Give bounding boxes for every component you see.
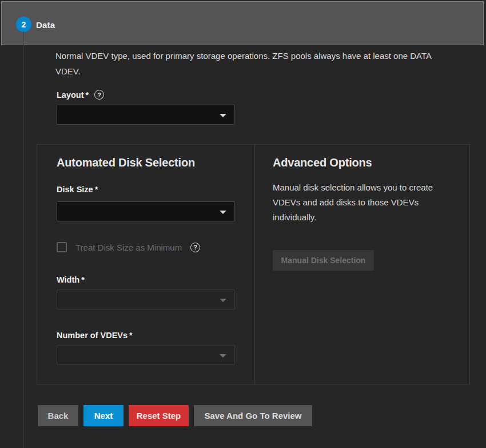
stepper-connector-line	[23, 31, 23, 448]
advanced-description: Manual disk selection allows you to crea…	[273, 180, 445, 225]
chevron-down-icon	[220, 114, 226, 117]
back-button[interactable]: Back	[38, 405, 78, 426]
help-icon[interactable]: ?	[190, 243, 200, 252]
disk-size-select[interactable]	[57, 201, 235, 221]
vdev-description: Normal VDEV type, used for primary stora…	[55, 48, 445, 79]
chevron-down-icon	[220, 211, 226, 214]
disk-size-field-label: Disk Size*	[57, 185, 98, 194]
width-select	[57, 290, 235, 310]
automated-section-title: Automated Disk Selection	[57, 156, 195, 169]
layout-select[interactable]	[57, 105, 235, 125]
step-number-badge: 2	[16, 17, 31, 32]
step-title: Data	[36, 20, 55, 30]
help-icon[interactable]: ?	[94, 90, 104, 100]
required-asterisk: *	[86, 90, 89, 100]
treat-minimum-label: Treat Disk Size as Minimum	[75, 243, 182, 252]
step-action-bar: Back Next Reset Step Save And Go To Revi…	[38, 405, 312, 426]
chevron-down-icon	[220, 354, 226, 358]
card-divider	[254, 145, 255, 384]
number-of-vdevs-label-text: Number of VDEVs	[57, 331, 128, 340]
width-field-label: Width*	[57, 275, 85, 284]
reset-step-button[interactable]: Reset Step	[129, 405, 189, 426]
chevron-down-icon	[220, 299, 226, 302]
disk-selection-card: Automated Disk Selection Disk Size* Trea…	[37, 144, 470, 384]
layout-field-label: Layout* ?	[57, 90, 104, 100]
required-asterisk: *	[81, 275, 85, 284]
disk-size-label-text: Disk Size	[57, 185, 93, 194]
save-and-go-to-review-button[interactable]: Save And Go To Review	[194, 405, 312, 426]
treat-minimum-checkbox	[57, 242, 67, 252]
manual-disk-selection-button: Manual Disk Selection	[273, 250, 374, 271]
required-asterisk: *	[129, 331, 133, 340]
step-header-band[interactable]: 2 Data	[1, 1, 484, 45]
number-of-vdevs-field-label: Number of VDEVs*	[57, 331, 133, 340]
width-label-text: Width	[57, 275, 79, 284]
required-asterisk: *	[95, 185, 98, 194]
next-button[interactable]: Next	[83, 405, 124, 426]
treat-minimum-row: Treat Disk Size as Minimum ?	[57, 242, 200, 252]
number-of-vdevs-select	[57, 345, 235, 365]
advanced-section-title: Advanced Options	[273, 156, 372, 169]
layout-label-text: Layout	[57, 90, 84, 100]
